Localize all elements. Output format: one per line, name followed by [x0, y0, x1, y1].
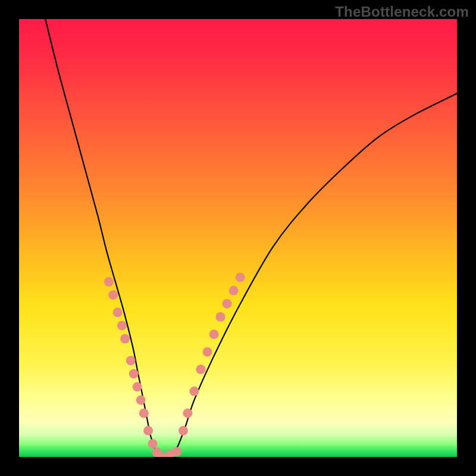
marker-dot [196, 365, 205, 374]
marker-dot [189, 387, 199, 396]
bottleneck-curve [45, 19, 457, 457]
marker-dot [209, 330, 219, 339]
marker-dot [183, 408, 192, 418]
marker-dot [229, 286, 239, 295]
marker-dot [223, 299, 232, 308]
marker-dot [126, 356, 136, 365]
marker-dot [129, 369, 139, 378]
marker-dot [203, 347, 212, 356]
marker-dot [216, 312, 226, 322]
marker-dot [236, 273, 245, 282]
marker-dot [104, 277, 114, 287]
marker-dot [136, 395, 146, 405]
marker-dot [172, 447, 181, 456]
marker-dot [120, 334, 130, 343]
marker-dot [148, 439, 158, 449]
marker-dot [133, 382, 142, 392]
chart-frame: TheBottleneck.com [0, 0, 476, 476]
watermark-text: TheBottleneck.com [335, 4, 469, 20]
marker-dot [178, 426, 188, 436]
marker-dot [113, 308, 123, 317]
curve-layer [19, 19, 457, 457]
marker-dot [108, 290, 118, 300]
marker-dot [117, 321, 127, 330]
plot-area [19, 19, 457, 457]
marker-dots [104, 273, 245, 457]
marker-dot [139, 408, 149, 418]
marker-dot [143, 426, 153, 436]
